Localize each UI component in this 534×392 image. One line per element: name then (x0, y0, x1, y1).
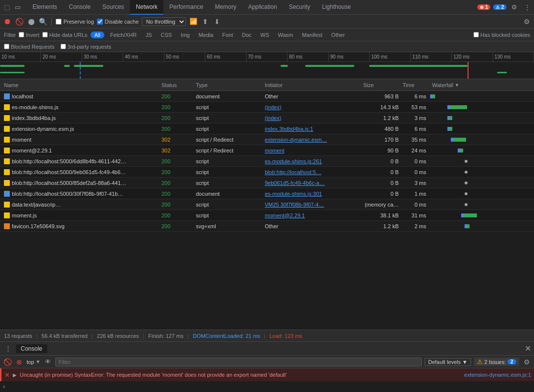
download-icon[interactable]: ⬇ (213, 17, 221, 26)
console-triangle-icon[interactable]: ▶ (13, 372, 17, 378)
table-row[interactable]: es-module-shims.js 200 script (index) 14… (0, 102, 534, 113)
device-icon[interactable]: ▭ (13, 2, 23, 12)
filter-wasm[interactable]: Wasm (275, 31, 296, 38)
default-levels-button[interactable]: Default levels ▼ (425, 358, 471, 366)
filter-icon[interactable]: ⬤̈ (27, 17, 35, 26)
col-header-status[interactable]: Status (159, 82, 194, 88)
cell-size: 0 B (361, 158, 401, 164)
tab-network[interactable]: Network (130, 0, 163, 15)
col-header-initiator[interactable]: Initiator (263, 82, 361, 88)
filter-doc[interactable]: Doc (239, 31, 254, 38)
initiator-link[interactable]: blob:http://localhost:5… (265, 169, 321, 175)
initiator-link[interactable]: es-module-shims.js:301 (265, 191, 322, 197)
table-row[interactable]: blob:http://localhost:5000/6dd8b4fb-4611… (0, 156, 534, 167)
col-header-size[interactable]: Size (361, 82, 401, 88)
console-settings-icon[interactable]: ⚙ (522, 358, 531, 366)
blocked-requests-label[interactable]: Blocked Requests (4, 44, 55, 50)
cell-waterfall (430, 102, 532, 113)
disable-cache-checkbox[interactable] (97, 19, 103, 25)
console-close-button[interactable]: ✕ (525, 344, 531, 353)
initiator-link[interactable]: 9eb061d5-fc49-4b6c-a… (265, 180, 325, 186)
filter-img[interactable]: Img (178, 31, 192, 38)
filter-js[interactable]: JS (143, 31, 155, 38)
table-row[interactable]: data:text/javascrip… 200 script VM25 30f… (0, 199, 534, 210)
table-row[interactable]: localhost 200 document Other 963 B 6 ms (0, 91, 534, 102)
tab-performance[interactable]: Performance (163, 0, 209, 15)
initiator-link[interactable]: moment (265, 148, 284, 153)
col-header-time[interactable]: Time (401, 82, 430, 88)
tab-application[interactable]: Application (242, 0, 283, 15)
hide-data-urls-checkbox[interactable] (42, 32, 48, 37)
disable-cache-label[interactable]: Disable cache (97, 19, 139, 25)
table-row[interactable]: favicon.17e50649.svg 200 svg+xml Other 1… (0, 221, 534, 232)
filter-css[interactable]: CSS (158, 31, 175, 38)
warning-badge[interactable]: ⚠ 2 (493, 4, 506, 10)
tab-sources[interactable]: Sources (96, 0, 130, 15)
upload-icon[interactable]: ⬆ (201, 17, 210, 26)
clear-icon[interactable]: 🚫 (15, 17, 24, 26)
col-header-type[interactable]: Type (194, 82, 263, 88)
has-blocked-cookies-label[interactable]: Has blocked cookies (473, 32, 530, 38)
table-row[interactable]: index.3bdbd4ba.js 200 script (index) 1.2… (0, 113, 534, 123)
table-row[interactable]: moment 302 script / Redirect extension-d… (0, 134, 534, 145)
filter-manifest[interactable]: Manifest (299, 31, 326, 38)
filter-all[interactable]: All (91, 31, 104, 38)
third-party-checkbox[interactable] (61, 44, 66, 49)
console-clear-icon[interactable]: 🚫 (3, 358, 12, 366)
has-blocked-cookies-checkbox[interactable] (473, 32, 479, 37)
table-row[interactable]: blob:http://localhost:5000/85def2a5-88a6… (0, 178, 534, 188)
search-icon[interactable]: 🔍 (38, 17, 47, 26)
initiator-link[interactable]: (index) (265, 104, 282, 110)
network-conditions-icon[interactable]: 📶 (189, 17, 198, 26)
preserve-log-checkbox[interactable] (56, 19, 62, 25)
col-header-waterfall[interactable]: Waterfall ▼ (430, 82, 532, 88)
col-header-name[interactable]: Name (2, 82, 159, 88)
table-row[interactable]: moment.js 200 script moment@2.29.1 38.1 … (0, 210, 534, 221)
tab-lighthouse[interactable]: Lighthouse (316, 0, 357, 15)
console-filter-input[interactable] (55, 358, 422, 366)
throttle-select[interactable]: No throttling (142, 17, 186, 26)
filter-media[interactable]: Media (195, 31, 216, 38)
invert-checkbox[interactable] (19, 32, 24, 37)
filter-ws[interactable]: WS (257, 31, 272, 38)
issues-badge[interactable]: ⚠ 2 Issues: 2 (474, 358, 519, 366)
filter-fetch-xhr[interactable]: Fetch/XHR (107, 31, 140, 38)
tab-console[interactable]: Console (63, 0, 96, 15)
console-eye-icon[interactable]: 👁 (43, 358, 52, 366)
filter-other[interactable]: Other (328, 31, 348, 38)
cell-waterfall (430, 167, 532, 178)
console-error-link[interactable]: extension-dynamic.esm.js:1 (464, 372, 531, 378)
table-row[interactable]: blob:http://localhost:5000/9eb061d5-fc49… (0, 167, 534, 178)
initiator-link[interactable]: moment@2.29.1 (265, 212, 305, 218)
invert-label[interactable]: Invert (19, 32, 39, 38)
stop-recording-icon[interactable]: ⏺ (3, 17, 12, 26)
console-stop-icon[interactable]: ⊗ (15, 358, 24, 366)
table-row[interactable]: blob:http://localhost:5000/30f7f08b-9f07… (0, 188, 534, 199)
filter-font[interactable]: Font (219, 31, 236, 38)
cell-size: 963 B (361, 93, 401, 99)
gear-icon[interactable]: ⚙ (522, 17, 531, 26)
console-top-selector[interactable]: top ▼ (27, 359, 40, 365)
table-row[interactable]: moment@2.29.1 302 script / Redirect mome… (0, 145, 534, 156)
tab-memory[interactable]: Memory (209, 0, 242, 15)
initiator-link[interactable]: extension-dynamic.esm… (265, 137, 327, 143)
console-menu-icon[interactable]: ⋮ (3, 344, 13, 354)
initiator-link[interactable]: (index) (265, 115, 282, 121)
inspect-icon[interactable]: ⬚ (2, 2, 12, 12)
tab-elements[interactable]: Elements (27, 0, 63, 15)
table-row[interactable]: extension-dynamic.esm.js 200 script inde… (0, 123, 534, 134)
initiator-link[interactable]: index.3bdbd4ba.js:1 (265, 126, 313, 132)
console-tab[interactable]: Console (16, 344, 47, 353)
initiator-link[interactable]: es-module-shims.js:261 (265, 158, 322, 164)
timeline: 10 ms20 ms30 ms40 ms50 ms60 ms70 ms80 ms… (0, 52, 534, 79)
hide-data-urls-label[interactable]: Hide data URLs (42, 32, 88, 38)
more-icon[interactable]: ⋮ (522, 2, 532, 12)
preserve-log-label[interactable]: Preserve log (56, 19, 94, 25)
settings-icon[interactable]: ⚙ (509, 2, 519, 12)
cell-name: blob:http://localhost:5000/30f7f08b-9f07… (2, 191, 159, 197)
tab-security[interactable]: Security (283, 0, 316, 15)
third-party-label[interactable]: 3rd-party requests (61, 44, 111, 50)
error-badge[interactable]: ⊗ 1 (477, 4, 491, 10)
initiator-link[interactable]: VM25 30f7f08b-9f07-4… (265, 202, 324, 208)
blocked-requests-checkbox[interactable] (4, 44, 9, 49)
